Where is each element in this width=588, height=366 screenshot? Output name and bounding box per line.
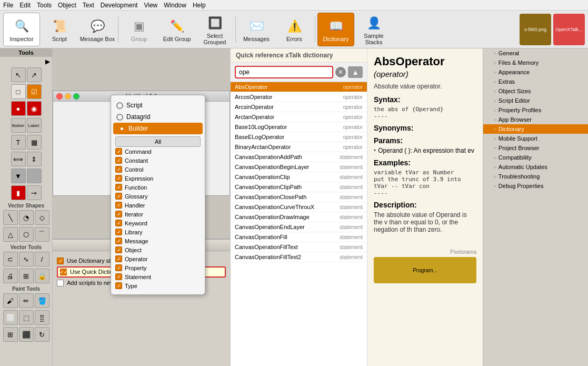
dict-entry[interactable]: CanvasOperationCurveThrouXstatement	[231, 202, 367, 212]
select-tool[interactable]: ↖	[11, 67, 26, 82]
dict-entry[interactable]: AbsOperatoroperator	[231, 82, 367, 92]
nav-item-mobile-support[interactable]: ○Mobile Support	[483, 134, 588, 143]
poly-tool[interactable]: ⬡	[19, 227, 34, 242]
diamond-tool[interactable]: ◇	[35, 210, 49, 225]
slider-tool[interactable]: ⊸	[27, 185, 42, 200]
dict-entry[interactable]: CanvasOperationFillText2statement	[231, 252, 367, 262]
nav-item-object-sizes[interactable]: ○Object Sizes	[483, 86, 588, 96]
add-scripts-checkbox[interactable]	[57, 280, 64, 286]
dict-entry[interactable]: CanvasOperationBeginLayerstatement	[231, 162, 367, 172]
choice-tool[interactable]: ▼	[11, 169, 26, 183]
select-grouped-button[interactable]: 🔲 Select Grouped	[196, 13, 233, 46]
cat-statement[interactable]: ✓ Statement	[115, 272, 201, 281]
line-tool[interactable]: ╲	[3, 210, 18, 225]
right-img-2[interactable]: OpenXTalk...	[553, 14, 585, 45]
nav-item-project-browser[interactable]: ○Project Browser	[483, 143, 588, 153]
zoom-button[interactable]	[73, 93, 79, 100]
menu-text[interactable]: Text	[83, 2, 94, 9]
nav-item-script-editor[interactable]: ○Script Editor	[483, 96, 588, 105]
script-button[interactable]: 📜 Script	[41, 13, 78, 46]
dict-entry[interactable]: BinaryArctanOperatoroperator	[231, 142, 367, 152]
brush-tool[interactable]: 🖌	[3, 293, 18, 308]
lock-tool[interactable]: 🔒	[35, 269, 49, 283]
right-img-1[interactable]: s-l960.png	[520, 14, 551, 45]
toggle-tool[interactable]: ▮	[11, 185, 26, 200]
scroll-v-tool[interactable]: ⇕	[27, 152, 42, 166]
cat-type[interactable]: ✓ Type	[115, 281, 201, 290]
group-button[interactable]: ▣ Group	[121, 13, 157, 46]
oval-tool[interactable]: ●	[11, 101, 26, 116]
dict-entry[interactable]: CanvasOperationEndLayerstatement	[231, 222, 367, 232]
menu-view[interactable]: View	[144, 2, 157, 9]
nav-item-general[interactable]: ○General	[483, 48, 588, 58]
arrange-tool[interactable]: ⊞	[19, 269, 34, 283]
errors-button[interactable]: ⚠️ Errors	[276, 13, 313, 46]
rotate-tool[interactable]: ↻	[35, 327, 49, 342]
messages-button[interactable]: ✉️ Messages	[238, 13, 275, 46]
nav-item-appearance[interactable]: ○Appearance	[483, 67, 588, 77]
cat-command[interactable]: ✓ Command	[115, 147, 201, 156]
cat-operator[interactable]: ✓ Operator	[115, 254, 201, 263]
cat-expression[interactable]: ✓ Expression	[115, 174, 201, 183]
edit-group-button[interactable]: ✏️ Edit Group	[158, 13, 195, 46]
cat-keyword[interactable]: ✓ Keyword	[115, 219, 201, 227]
cat-library[interactable]: ✓ Library	[115, 227, 201, 236]
lasso-tool[interactable]: ⊂	[3, 252, 18, 266]
use-dict-checkbox[interactable]	[57, 258, 64, 264]
button-tool[interactable]: Button	[11, 118, 26, 133]
pointer-tool[interactable]: ↗	[27, 67, 42, 82]
nav-item-debug-properties[interactable]: ○Debug Properties	[483, 181, 588, 191]
stamp-tool[interactable]: 🖨	[3, 269, 18, 283]
dict-entry[interactable]: CanvasOperationFillTextstatement	[231, 242, 367, 252]
text-tool[interactable]: T	[11, 135, 26, 150]
marquee-tool[interactable]: ⬚	[19, 310, 34, 325]
cat-function[interactable]: ✓ Function	[115, 183, 201, 192]
message-box-button[interactable]: 💬 Message Box	[79, 13, 116, 46]
cat-property[interactable]: ✓ Property	[115, 263, 201, 272]
curve-tool[interactable]: ⌒	[35, 227, 49, 242]
dict-entry[interactable]: CanvasOperationClosePathstatement	[231, 192, 367, 202]
menu-tools[interactable]: Tools	[37, 2, 52, 9]
dict-entry[interactable]: CanvasOperationFillstatement	[231, 232, 367, 242]
cat-constant[interactable]: ✓ Constant	[115, 156, 201, 165]
dict-entry[interactable]: ArcosOperatoroperator	[231, 92, 367, 102]
spray-tool[interactable]: ⣿	[35, 310, 49, 325]
scroll-h-tool[interactable]: ⟺	[11, 152, 26, 166]
nav-item-dictionary[interactable]: ○Dictionary	[483, 124, 588, 134]
script-option-datagrid[interactable]: Datagrid	[111, 111, 205, 123]
arc-tool[interactable]: ◔	[19, 210, 34, 225]
close-button[interactable]	[56, 93, 63, 100]
nav-item-property-profiles[interactable]: ○Property Profiles	[483, 105, 588, 115]
cat-handler[interactable]: ✓ Handler	[115, 201, 201, 210]
cat-control[interactable]: ✓ Control	[115, 165, 201, 174]
expand-arrow[interactable]: ▶	[45, 58, 50, 65]
dict-entry[interactable]: BaseELogOperatoroperator	[231, 132, 367, 142]
bezier-tool[interactable]: ∿	[19, 252, 34, 266]
menu-edit[interactable]: Edit	[19, 2, 31, 9]
cat-message[interactable]: ✓ Message	[115, 236, 201, 245]
nav-item-extras[interactable]: ○Extras	[483, 77, 588, 86]
magic-tool[interactable]: ⬛	[19, 327, 34, 342]
nav-item-automatic-updates[interactable]: ○Automatic Updates	[483, 162, 588, 172]
cat-glossary[interactable]: ✓ Glossary	[115, 192, 201, 201]
nav-item-troubleshooting[interactable]: ○Troubleshooting	[483, 172, 588, 181]
label-tool[interactable]: Label:	[27, 118, 42, 133]
inspector-button[interactable]: 🔍 Inspector	[3, 13, 40, 46]
dict-entry[interactable]: CanvasOperationAddPathstatement	[231, 152, 367, 162]
table-tool[interactable]: ▦	[27, 135, 42, 150]
progress-tool[interactable]	[27, 169, 42, 183]
script-option-script[interactable]: Script	[111, 100, 205, 111]
rect-tool[interactable]: □	[11, 84, 26, 99]
use-quick-checkbox[interactable]: ✓	[60, 269, 67, 275]
script-option-builder[interactable]: Builder	[113, 123, 203, 134]
nav-item-compatibility[interactable]: ○Compatibility	[483, 153, 588, 162]
grid-tool[interactable]: ⊞	[3, 327, 18, 342]
menu-file[interactable]: File	[3, 2, 13, 9]
radio-tool[interactable]: ◉	[27, 101, 42, 116]
dict-entry[interactable]: Base10LogOperatoroperator	[231, 122, 367, 132]
sample-stacks-button[interactable]: 👤 Sample Stacks	[355, 13, 392, 46]
dict-entry[interactable]: CanvasOperationClipstatement	[231, 172, 367, 182]
menu-help[interactable]: Help	[193, 2, 206, 9]
program-icon[interactable]: Program...	[374, 257, 476, 283]
dict-entry[interactable]: CanvasOperationDrawImagestatement	[231, 212, 367, 222]
